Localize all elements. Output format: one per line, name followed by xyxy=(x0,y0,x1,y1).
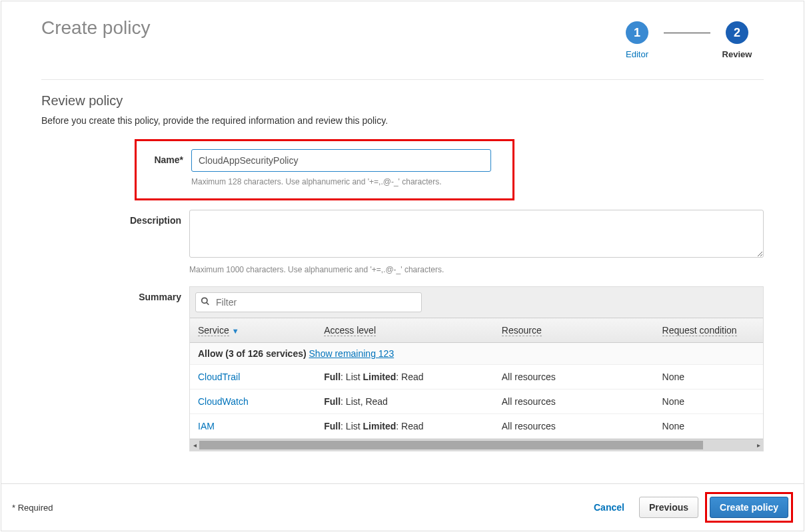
scroll-right-icon[interactable]: ▸ xyxy=(754,439,763,451)
th-access[interactable]: Access level xyxy=(316,318,494,343)
previous-button[interactable]: Previous xyxy=(639,497,698,518)
step-circle-1: 1 xyxy=(626,21,648,44)
allow-count: Allow (3 of 126 services) xyxy=(198,348,307,359)
step-editor[interactable]: 1 Editor xyxy=(610,21,664,59)
svg-point-0 xyxy=(202,298,207,303)
description-input[interactable] xyxy=(189,210,764,258)
summary-panel: Service▼ Access level Resource Request c… xyxy=(189,286,764,451)
name-label: Name* xyxy=(137,149,183,165)
highlight-create-button: Create policy xyxy=(705,492,793,523)
table-row: IAM Full: List Limited: Read All resourc… xyxy=(190,414,763,439)
summary-table: Service▼ Access level Resource Request c… xyxy=(190,318,763,439)
step-review: 2 Review xyxy=(710,21,764,59)
scroll-left-icon[interactable]: ◂ xyxy=(190,439,199,451)
resource-cell: All resources xyxy=(494,365,654,390)
svg-line-1 xyxy=(207,302,209,305)
request-cell: None xyxy=(654,365,763,390)
resource-cell: All resources xyxy=(494,414,654,439)
scroll-thumb[interactable] xyxy=(199,441,703,449)
description-hint: Maximum 1000 characters. Use alphanumeri… xyxy=(189,265,764,274)
step-circle-2: 2 xyxy=(726,21,748,44)
service-link-cloudtrail[interactable]: CloudTrail xyxy=(198,372,240,382)
table-row: CloudWatch Full: List, Read All resource… xyxy=(190,390,763,414)
th-request[interactable]: Request condition xyxy=(654,318,763,343)
request-cell: None xyxy=(654,390,763,414)
service-link-iam[interactable]: IAM xyxy=(198,421,215,431)
summary-label: Summary xyxy=(41,286,181,302)
resource-cell: All resources xyxy=(494,390,654,414)
name-hint: Maximum 128 characters. Use alphanumeric… xyxy=(191,177,491,186)
highlight-name-field: Name* Maximum 128 characters. Use alphan… xyxy=(135,139,514,200)
request-cell: None xyxy=(654,414,763,439)
create-policy-button[interactable]: Create policy xyxy=(710,497,788,518)
sort-caret-icon: ▼ xyxy=(232,327,239,335)
required-note: * Required xyxy=(12,503,53,513)
horizontal-scrollbar[interactable]: ◂ ▸ xyxy=(190,439,763,451)
filter-input[interactable] xyxy=(195,292,422,312)
divider xyxy=(41,79,764,80)
footer-bar: * Required Cancel Previous Create policy xyxy=(1,483,804,531)
access-cell: Full: List, Read xyxy=(316,390,494,414)
name-input[interactable] xyxy=(191,149,491,172)
section-title: Review policy xyxy=(41,93,764,109)
th-resource[interactable]: Resource xyxy=(494,318,654,343)
page-title: Create policy xyxy=(41,17,150,39)
table-row: CloudTrail Full: List Limited: Read All … xyxy=(190,365,763,390)
section-desc: Before you create this policy, provide t… xyxy=(41,115,764,126)
th-service[interactable]: Service▼ xyxy=(190,318,316,343)
step-connector xyxy=(664,33,710,33)
description-label: Description xyxy=(41,210,181,226)
search-icon xyxy=(201,297,210,308)
access-cell: Full: List Limited: Read xyxy=(316,414,494,439)
access-cell: Full: List Limited: Read xyxy=(316,365,494,390)
cancel-button[interactable]: Cancel xyxy=(586,497,632,518)
step-label-editor: Editor xyxy=(626,49,648,59)
step-label-review: Review xyxy=(722,49,752,59)
show-remaining-link[interactable]: Show remaining 123 xyxy=(309,348,395,359)
service-link-cloudwatch[interactable]: CloudWatch xyxy=(198,396,249,407)
wizard-stepper: 1 Editor 2 Review xyxy=(610,21,764,59)
allow-summary-row: Allow (3 of 126 services) Show remaining… xyxy=(190,343,763,365)
